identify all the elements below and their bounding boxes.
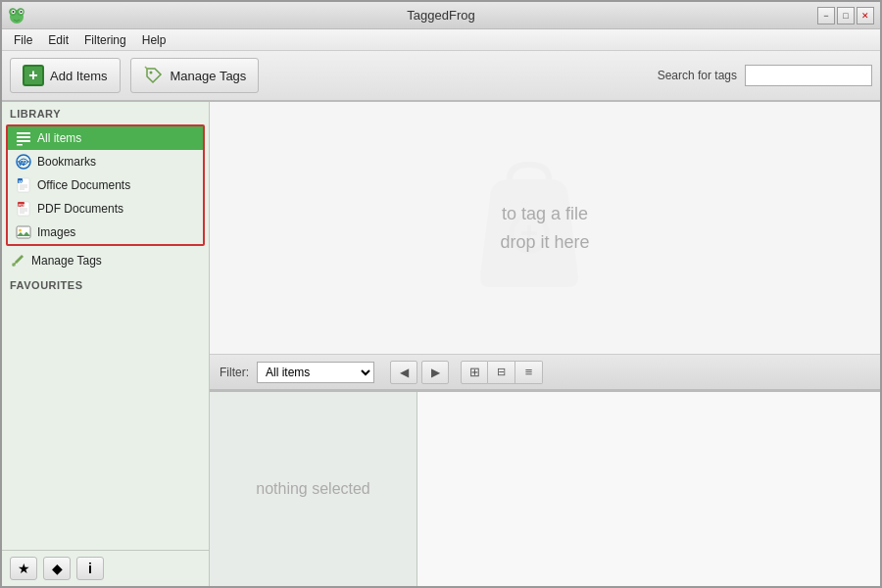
add-items-icon: +	[23, 65, 44, 86]
main-window: TaggedFrog − □ ✕ File Edit Filtering Hel…	[0, 0, 882, 588]
diamond-button[interactable]: ◆	[43, 557, 71, 580]
star-icon: ★	[18, 561, 30, 576]
minimize-button[interactable]: −	[817, 7, 835, 24]
images-label: Images	[37, 225, 75, 239]
sidebar-item-office-docs[interactable]: W Office Documents	[8, 173, 203, 197]
svg-rect-12	[17, 144, 23, 146]
drop-line2: drop it here	[500, 228, 589, 257]
manage-tags-button[interactable]: Manage Tags	[130, 58, 260, 93]
view-grid-small-button[interactable]: ⊟	[488, 361, 515, 384]
list-icon: ≡	[525, 365, 533, 379]
pdf-docs-icon: PDF	[16, 201, 31, 217]
toolbar: + Add Items Manage Tags Search for tags	[2, 51, 880, 102]
filter-next-button[interactable]: ▶	[421, 361, 449, 384]
office-docs-label: Office Documents	[37, 178, 130, 192]
bookmarks-label: Bookmarks	[37, 155, 96, 169]
info-icon: i	[88, 561, 92, 576]
favourites-label: FAVOURITES	[2, 273, 209, 294]
search-area: Search for tags	[658, 65, 872, 86]
sidebar-item-manage-tags[interactable]: Manage Tags	[2, 248, 209, 273]
office-docs-icon: W	[16, 177, 31, 193]
sidebar: LIBRARY All items	[2, 102, 210, 586]
all-items-label: All items	[37, 131, 81, 145]
grid-large-icon: ⊞	[469, 365, 480, 379]
menubar: File Edit Filtering Help	[2, 29, 880, 51]
svg-point-31	[12, 263, 16, 267]
info-button[interactable]: i	[76, 557, 104, 580]
library-box: All items W Bookmarks	[6, 124, 205, 246]
filter-label: Filter:	[220, 366, 249, 379]
svg-line-8	[145, 67, 148, 70]
star-button[interactable]: ★	[10, 557, 37, 580]
window-title: TaggedFrog	[407, 8, 474, 23]
filter-nav-buttons: ◀ ▶	[390, 361, 449, 384]
svg-rect-10	[17, 136, 30, 138]
bottom-area: nothing selected	[210, 390, 880, 586]
sidebar-item-all-items[interactable]: All items	[8, 126, 203, 150]
view-list-button[interactable]: ≡	[515, 361, 543, 384]
pdf-docs-label: PDF Documents	[37, 202, 123, 216]
prev-icon: ◀	[400, 366, 409, 379]
svg-rect-28	[17, 226, 30, 238]
filter-prev-button[interactable]: ◀	[390, 361, 417, 384]
svg-point-29	[19, 229, 22, 232]
manage-tags-sidebar-label: Manage Tags	[31, 254, 102, 268]
menu-file[interactable]: File	[6, 31, 40, 49]
svg-rect-9	[17, 132, 30, 134]
svg-rect-11	[17, 140, 30, 142]
images-icon	[16, 224, 31, 240]
all-items-icon	[16, 130, 31, 146]
drop-line1: to tag a file	[500, 200, 589, 228]
search-label: Search for tags	[658, 69, 737, 82]
svg-point-6	[21, 11, 23, 13]
nothing-selected-label: nothing selected	[256, 480, 370, 498]
add-items-button[interactable]: + Add Items	[10, 58, 121, 93]
menu-filtering[interactable]: Filtering	[76, 31, 134, 49]
close-button[interactable]: ✕	[857, 7, 874, 24]
view-grid-large-button[interactable]: ⊞	[461, 361, 488, 384]
search-input[interactable]	[745, 65, 872, 86]
manage-tags-label: Manage Tags	[171, 69, 247, 83]
filter-select[interactable]: All items	[257, 362, 374, 383]
filter-bar: Filter: All items ◀ ▶ ⊞	[210, 355, 880, 390]
content-area: to tag a file drop it here Filter: All i…	[210, 102, 880, 586]
diamond-icon: ◆	[52, 561, 63, 576]
titlebar: TaggedFrog − □ ✕	[2, 2, 880, 29]
drop-zone-text: to tag a file drop it here	[500, 200, 589, 257]
add-items-label: Add Items	[50, 69, 108, 83]
menu-edit[interactable]: Edit	[40, 31, 76, 49]
svg-point-7	[149, 72, 152, 74]
menu-help[interactable]: Help	[134, 31, 174, 49]
manage-tags-icon	[143, 65, 165, 86]
sidebar-item-pdf-docs[interactable]: PDF PDF Documents	[8, 197, 203, 220]
svg-text:PDF: PDF	[19, 203, 27, 208]
window-controls: − □ ✕	[817, 7, 874, 24]
maximize-button[interactable]: □	[837, 7, 855, 24]
sidebar-bottom: ★ ◆ i	[2, 550, 209, 586]
svg-text:W: W	[19, 179, 24, 185]
app-icon	[8, 7, 25, 24]
detail-panel: nothing selected	[210, 392, 417, 586]
sidebar-item-images[interactable]: Images	[8, 220, 203, 244]
detail-right-panel	[417, 392, 880, 586]
grid-small-icon: ⊟	[497, 366, 506, 378]
sidebar-item-bookmarks[interactable]: W Bookmarks	[8, 150, 203, 173]
manage-tags-sidebar-icon	[10, 253, 25, 269]
library-label: LIBRARY	[2, 102, 209, 122]
next-icon: ▶	[431, 366, 440, 379]
drop-zone[interactable]: to tag a file drop it here	[210, 102, 880, 355]
view-buttons: ⊞ ⊟ ≡	[461, 361, 543, 384]
svg-point-5	[13, 11, 15, 13]
bookmarks-icon: W	[16, 154, 31, 170]
main-area: LIBRARY All items	[2, 102, 880, 586]
